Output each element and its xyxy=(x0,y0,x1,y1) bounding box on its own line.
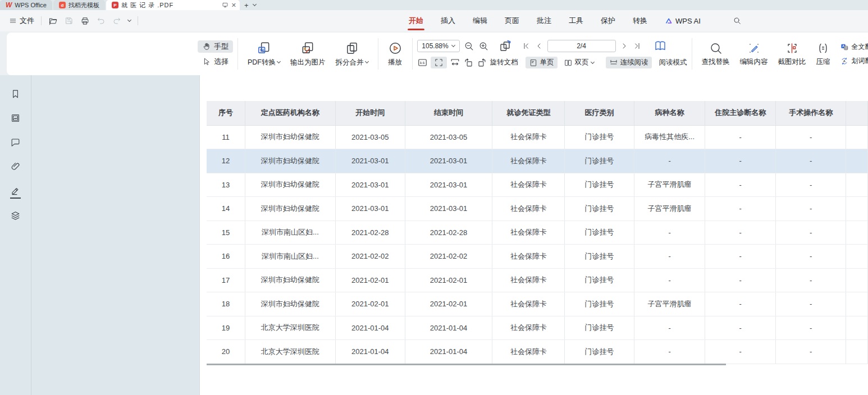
attachment-icon[interactable] xyxy=(10,161,21,173)
fit-page-icon xyxy=(434,58,444,67)
table-header-cell: 手术操作名称 xyxy=(776,101,846,125)
read-mode-icon[interactable] xyxy=(654,39,667,53)
tab-edit[interactable]: 编辑 xyxy=(473,16,487,26)
table-header-cell: 序号 xyxy=(207,101,245,125)
export-image-label: 输出为图片 xyxy=(290,58,326,67)
tab-comment[interactable]: 批注 xyxy=(537,16,551,26)
double-page-button[interactable]: 双页 xyxy=(560,57,597,68)
table-row[interactable]: 13深圳市妇幼保健院2021-03-012021-03-01社会保障卡门诊挂号子… xyxy=(207,173,868,197)
previous-page-icon[interactable] xyxy=(534,42,543,50)
close-tab-icon[interactable]: ✕ xyxy=(231,2,236,9)
export-image-button[interactable]: 输出为图片 xyxy=(285,41,331,67)
rotate-left-icon[interactable] xyxy=(463,57,474,68)
table-row[interactable]: 20北京大学深圳医院2021-01-042021-01-04社会保障卡门诊挂号-… xyxy=(207,340,868,364)
print-icon[interactable] xyxy=(80,16,90,26)
zoom-level-dropdown[interactable]: 105.88% xyxy=(417,40,460,52)
search-icon[interactable] xyxy=(733,16,742,25)
thumbnail-icon[interactable] xyxy=(10,113,21,125)
read-mode-label[interactable]: 阅读模式 xyxy=(659,58,687,67)
table-row[interactable]: 17深圳市妇幼保健院2021-02-012021-02-01社会保障卡门诊挂号-… xyxy=(207,268,868,292)
tab-wps-ai[interactable]: WPS AI xyxy=(665,17,701,25)
tab-docer-templates[interactable]: d 找稻壳模板 xyxy=(53,0,105,10)
new-tab-button[interactable]: + xyxy=(244,1,249,10)
table-cell: 2021-03-01 xyxy=(335,149,405,173)
redo-icon[interactable] xyxy=(112,16,121,25)
table-cell: 15 xyxy=(207,221,245,245)
tab-list-chevron-icon[interactable] xyxy=(253,2,257,6)
pdf-convert-label: PDF转换 xyxy=(248,58,276,67)
rotate-right-icon[interactable] xyxy=(477,57,487,68)
bookmark-icon[interactable] xyxy=(10,89,21,101)
table-row[interactable]: 18深圳市妇幼保健院2021-02-012021-02-01社会保障卡门诊挂号子… xyxy=(207,292,868,316)
table-cell xyxy=(846,173,868,197)
table-cell: 门诊挂号 xyxy=(565,268,634,292)
table-row[interactable]: 19北京大学深圳医院2021-01-042021-01-04社会保障卡门诊挂号-… xyxy=(207,316,868,340)
divider xyxy=(378,38,378,70)
screenshot-compare-button[interactable]: 截图对比 xyxy=(773,42,811,67)
file-menu-label: 文件 xyxy=(20,16,34,26)
pdf-convert-button[interactable]: W PDF转换 xyxy=(243,41,285,67)
layers-icon[interactable] xyxy=(10,210,21,223)
tab-home[interactable]: 开始 xyxy=(409,16,423,26)
signature-icon[interactable] xyxy=(10,185,21,199)
table-row[interactable]: 16深圳市南山区妇...2021-02-022021-02-02社会保障卡门诊挂… xyxy=(207,245,868,269)
quick-access-chevron-icon[interactable] xyxy=(127,18,131,22)
select-tool-button[interactable]: 选择 xyxy=(198,56,233,68)
divider xyxy=(237,38,238,70)
monitor-icon[interactable] xyxy=(222,2,229,8)
play-icon xyxy=(388,41,403,56)
table-header-cell: 住院主诊断名称 xyxy=(705,101,776,125)
page-indicator-input[interactable]: 2/4 xyxy=(547,40,616,52)
tab-convert[interactable]: 转换 xyxy=(633,16,647,26)
table-cell: - xyxy=(634,149,705,173)
fit-width-icon[interactable] xyxy=(450,57,460,68)
last-page-icon[interactable] xyxy=(633,42,642,50)
fit-page-button[interactable] xyxy=(431,57,447,68)
tab-protect[interactable]: 保护 xyxy=(601,16,615,26)
hand-tool-button[interactable]: 手型 xyxy=(198,40,233,53)
comment-icon[interactable] xyxy=(10,137,21,149)
word-translate-button[interactable]: A 划词翻译 xyxy=(840,56,868,66)
table-cell: 社会保障卡 xyxy=(492,340,565,364)
pdf-page[interactable]: 序号定点医药机构名称开始时间结束时间就诊凭证类型医疗类别病种名称住院主诊断名称手… xyxy=(200,75,868,395)
undo-icon[interactable] xyxy=(97,16,106,25)
medical-records-table: 序号定点医药机构名称开始时间结束时间就诊凭证类型医疗类别病种名称住院主诊断名称手… xyxy=(207,101,868,364)
tab-wps-office[interactable]: W WPS Office xyxy=(0,0,52,10)
zoom-in-icon[interactable] xyxy=(478,41,489,52)
tab-tools[interactable]: 工具 xyxy=(569,16,583,26)
tab-document-active[interactable]: P 就 医 记 录 .PDF ✕ xyxy=(106,0,240,10)
rotate-pages-icon[interactable] xyxy=(499,39,512,53)
compress-button[interactable]: 压缩 xyxy=(811,42,835,67)
first-page-icon[interactable] xyxy=(522,42,531,50)
svg-text:1:1: 1:1 xyxy=(419,61,424,65)
single-page-button[interactable]: 单页 xyxy=(526,57,558,68)
next-page-icon[interactable] xyxy=(620,42,629,50)
tab-insert[interactable]: 插入 xyxy=(441,16,455,26)
navigation-panel[interactable] xyxy=(31,75,200,395)
table-row[interactable]: 11深圳市妇幼保健院2021-03-052021-03-05社会保障卡门诊挂号病… xyxy=(207,125,868,149)
table-row[interactable]: 14深圳市妇幼保健院2021-03-012021-03-01社会保障卡门诊挂号子… xyxy=(207,197,868,221)
table-cell: 2021-03-05 xyxy=(405,125,492,149)
save-icon[interactable] xyxy=(65,16,74,25)
table-row[interactable]: 12深圳市妇幼保健院2021-03-012021-03-01社会保障卡门诊挂号-… xyxy=(207,149,868,173)
table-cell xyxy=(846,149,868,173)
tab-page[interactable]: 页面 xyxy=(505,16,519,26)
split-merge-button[interactable]: 拆分合并 xyxy=(331,41,373,67)
table-cell xyxy=(846,221,868,245)
table-cell: - xyxy=(634,268,705,292)
table-cell: 门诊挂号 xyxy=(565,316,634,340)
full-translate-button[interactable]: A 全文翻译 xyxy=(840,42,868,52)
actual-size-icon[interactable]: 1:1 xyxy=(417,57,428,68)
zoom-out-icon[interactable] xyxy=(464,41,474,52)
play-button[interactable]: 播放 xyxy=(383,41,408,67)
open-file-icon[interactable] xyxy=(48,16,58,26)
chevron-down-icon xyxy=(364,59,368,63)
screenshot-compare-icon xyxy=(785,42,799,55)
find-replace-button[interactable]: 查找替换 xyxy=(697,42,735,67)
table-row[interactable]: 15深圳市南山区妇...2021-02-282021-02-28社会保障卡门诊挂… xyxy=(207,221,868,245)
rotate-document-label[interactable]: 旋转文档 xyxy=(490,58,518,67)
file-menu-button[interactable]: 文件 xyxy=(9,16,34,26)
svg-text:A: A xyxy=(843,59,845,63)
continuous-reading-button[interactable]: 连续阅读 xyxy=(606,57,652,68)
edit-content-button[interactable]: 编辑内容 xyxy=(735,42,773,67)
